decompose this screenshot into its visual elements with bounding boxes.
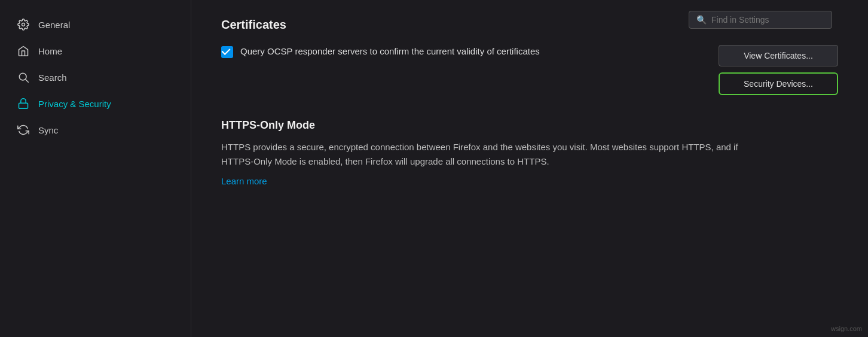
sidebar-item-home-label: Home: [38, 46, 62, 56]
https-only-section: HTTPS-Only Mode HTTPS provides a secure,…: [221, 119, 838, 187]
lock-icon: [17, 97, 30, 110]
cert-left-col: Query OCSP responder servers to confirm …: [221, 45, 540, 59]
svg-point-0: [22, 23, 25, 26]
cert-buttons-col: View Certificates... Security Devices...: [719, 45, 838, 95]
certificates-section: Certificates Query OCSP responder server…: [221, 18, 838, 95]
sync-icon: [17, 123, 30, 136]
gear-icon: [17, 18, 30, 31]
sidebar: General Home Search Privacy & Security: [0, 0, 191, 337]
sidebar-item-sync[interactable]: Sync: [0, 117, 191, 142]
sidebar-item-general[interactable]: General: [0, 12, 191, 37]
sidebar-item-privacy-security-label: Privacy & Security: [38, 99, 111, 109]
https-only-title: HTTPS-Only Mode: [221, 119, 838, 132]
sidebar-item-privacy-security[interactable]: Privacy & Security: [0, 91, 191, 116]
view-certificates-button[interactable]: View Certificates...: [719, 45, 838, 66]
find-in-settings-input[interactable]: [711, 15, 824, 25]
find-in-settings-bar[interactable]: 🔍: [689, 11, 832, 29]
ocsp-label: Query OCSP responder servers to confirm …: [240, 45, 540, 59]
certificates-row: Query OCSP responder servers to confirm …: [221, 45, 838, 95]
svg-rect-3: [19, 103, 28, 108]
sidebar-item-home[interactable]: Home: [0, 38, 191, 63]
learn-more-link[interactable]: Learn more: [221, 176, 267, 186]
sidebar-item-search[interactable]: Search: [0, 65, 191, 90]
watermark: wsign.com: [831, 325, 862, 332]
home-icon: [17, 44, 30, 57]
sidebar-item-search-label: Search: [38, 72, 67, 83]
main-content: 🔍 Certificates Query OCSP responder serv…: [191, 0, 868, 337]
https-only-description: HTTPS provides a secure, encrypted conne…: [221, 140, 759, 169]
search-icon: [17, 71, 30, 84]
sidebar-item-sync-label: Sync: [38, 125, 58, 135]
sidebar-item-general-label: General: [38, 20, 70, 30]
security-devices-button[interactable]: Security Devices...: [719, 72, 838, 95]
find-search-icon: 🔍: [696, 15, 707, 25]
ocsp-checkbox[interactable]: [221, 46, 233, 58]
svg-line-2: [26, 80, 29, 83]
ocsp-checkbox-wrapper[interactable]: [221, 46, 233, 58]
